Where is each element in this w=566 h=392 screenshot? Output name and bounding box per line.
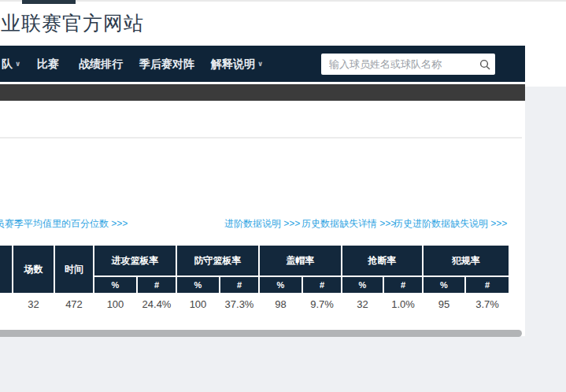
search-box xyxy=(321,54,495,75)
nav-item-games[interactable]: 比赛 xyxy=(37,57,59,72)
subheader-num: # xyxy=(220,277,258,293)
nav-item-explanations[interactable]: 解释说明∨ xyxy=(211,57,263,72)
subheader-pct: % xyxy=(177,277,219,293)
section-header-strip xyxy=(0,84,525,101)
cell-foul-percentile: 95 xyxy=(424,294,464,314)
table-row: 32 472 100 24.4% 100 37.3% 98 9.7% 32 1.… xyxy=(0,294,509,314)
header-offensive-rebound-rate: 进攻篮板率 xyxy=(94,246,176,276)
cell-games: 32 xyxy=(13,294,54,314)
subheader-num: # xyxy=(303,277,341,293)
header-block-rate: 盖帽率 xyxy=(260,246,341,276)
header-foul-rate: 犯规率 xyxy=(424,246,509,276)
cell-drb-percentile: 100 xyxy=(177,294,219,314)
page-background-bottom xyxy=(0,336,525,392)
header-cut-column xyxy=(0,246,12,293)
nav-item-standings[interactable]: 战绩排行 xyxy=(79,57,123,72)
section-divider xyxy=(0,137,522,139)
player-stats-table: 场数 时间 进攻篮板率 防守篮板率 盖帽率 抢断率 犯规率 % # % # % … xyxy=(0,244,510,316)
nav-item-teams[interactable]: 队∨ xyxy=(2,57,20,72)
top-border xyxy=(0,0,566,2)
site-title: 业联赛官方网站 xyxy=(1,10,144,36)
cell-cut-column xyxy=(0,294,12,314)
link-season-percentile[interactable]: 员赛季平均值里的百分位数 >>> xyxy=(0,217,128,231)
page-background-right xyxy=(525,87,566,392)
horizontal-scrollbar[interactable] xyxy=(0,330,522,337)
subheader-num: # xyxy=(138,277,176,293)
logo-fragment xyxy=(22,0,76,4)
header-time: 时间 xyxy=(55,246,93,293)
cell-time: 472 xyxy=(55,294,93,314)
main-navbar: 队∨ 比赛 战绩排行 季后赛对阵 解释说明∨ xyxy=(0,46,525,82)
cell-orb-percentile: 100 xyxy=(94,294,136,314)
search-input[interactable] xyxy=(321,58,475,70)
cell-drb-value: 37.3% xyxy=(220,294,258,314)
chevron-down-icon: ∨ xyxy=(257,60,263,68)
header-games: 场数 xyxy=(13,246,54,293)
subheader-pct: % xyxy=(342,277,383,293)
cell-foul-value: 3.7% xyxy=(466,294,509,314)
header-steal-rate: 抢断率 xyxy=(342,246,422,276)
subheader-num: # xyxy=(466,277,509,293)
cell-steal-percentile: 32 xyxy=(342,294,383,314)
link-advanced-stats-explanation[interactable]: 进阶数据说明 >>> xyxy=(224,217,300,231)
cell-block-percentile: 98 xyxy=(260,294,301,314)
subheader-num: # xyxy=(384,277,422,293)
subheader-pct: % xyxy=(260,277,301,293)
header-defensive-rebound-rate: 防守篮板率 xyxy=(177,246,258,276)
cell-orb-value: 24.4% xyxy=(138,294,176,314)
nav-item-playoff-bracket[interactable]: 季后赛对阵 xyxy=(139,57,194,72)
link-historical-data-missing-details[interactable]: 历史数据缺失详情 >>> xyxy=(301,217,396,231)
page: 业联赛官方网站 队∨ 比赛 战绩排行 季后赛对阵 解释说明∨ 员赛季平均值里的百… xyxy=(0,0,566,392)
link-historical-advanced-data-missing[interactable]: 历史进阶数据缺失说明 >>> xyxy=(394,217,507,231)
search-icon[interactable] xyxy=(475,54,495,75)
cell-steal-value: 1.0% xyxy=(384,294,422,314)
chevron-down-icon: ∨ xyxy=(15,60,20,68)
cell-block-value: 9.7% xyxy=(303,294,341,314)
subheader-pct: % xyxy=(94,277,136,293)
table-header-group-row: 场数 时间 进攻篮板率 防守篮板率 盖帽率 抢断率 犯规率 xyxy=(0,246,509,276)
subheader-pct: % xyxy=(424,277,464,293)
